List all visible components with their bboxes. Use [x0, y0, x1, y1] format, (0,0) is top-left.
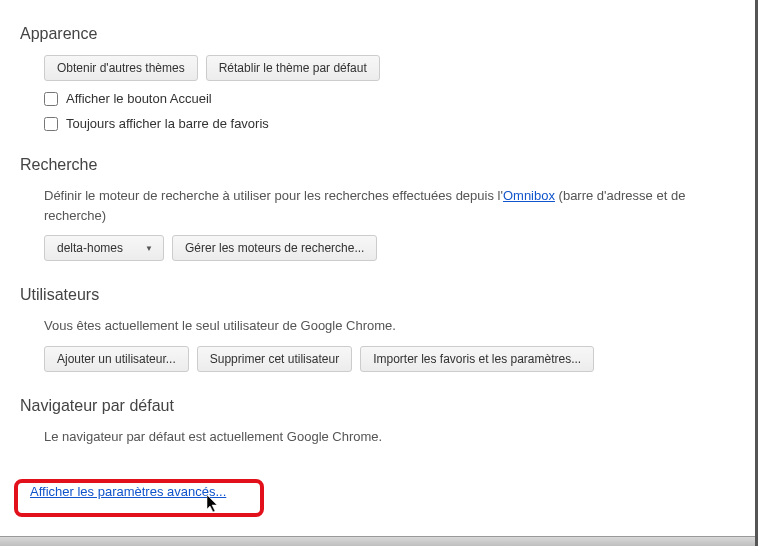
search-body: Définir le moteur de recherche à utilise… — [20, 186, 738, 261]
get-themes-button[interactable]: Obtenir d'autres thèmes — [44, 55, 198, 81]
users-title: Utilisateurs — [20, 286, 738, 304]
show-bookmarks-bar-label: Toujours afficher la barre de favoris — [66, 116, 269, 131]
users-section: Utilisateurs Vous êtes actuellement le s… — [20, 286, 738, 372]
users-button-row: Ajouter un utilisateur... Supprimer cet … — [44, 346, 738, 372]
show-home-button-label: Afficher le bouton Accueil — [66, 91, 212, 106]
users-description: Vous êtes actuellement le seul utilisate… — [44, 316, 738, 336]
advanced-link-wrap: Afficher les paramètres avancés... — [20, 478, 236, 505]
default-browser-description: Le navigateur par défaut est actuellemen… — [44, 427, 738, 447]
show-home-button-row: Afficher le bouton Accueil — [44, 91, 738, 106]
search-title: Recherche — [20, 156, 738, 174]
search-button-row: delta-homes Gérer les moteurs de recherc… — [44, 235, 738, 261]
appearance-body: Obtenir d'autres thèmes Rétablir le thèm… — [20, 55, 738, 131]
search-engine-dropdown[interactable]: delta-homes — [44, 235, 164, 261]
search-description: Définir le moteur de recherche à utilise… — [44, 186, 738, 225]
default-browser-body: Le navigateur par défaut est actuellemen… — [20, 427, 738, 447]
taskbar-edge — [0, 536, 758, 546]
show-advanced-settings-link[interactable]: Afficher les paramètres avancés... — [20, 478, 236, 505]
omnibox-link[interactable]: Omnibox — [503, 188, 555, 203]
default-browser-section: Navigateur par défaut Le navigateur par … — [20, 397, 738, 447]
search-desc-prefix: Définir le moteur de recherche à utilise… — [44, 188, 503, 203]
delete-user-button[interactable]: Supprimer cet utilisateur — [197, 346, 352, 372]
appearance-section: Apparence Obtenir d'autres thèmes Rétabl… — [20, 25, 738, 131]
default-browser-title: Navigateur par défaut — [20, 397, 738, 415]
add-user-button[interactable]: Ajouter un utilisateur... — [44, 346, 189, 372]
search-section: Recherche Définir le moteur de recherche… — [20, 156, 738, 261]
appearance-button-row: Obtenir d'autres thèmes Rétablir le thèm… — [44, 55, 738, 81]
show-bookmarks-bar-row: Toujours afficher la barre de favoris — [44, 116, 738, 131]
import-bookmarks-button[interactable]: Importer les favoris et les paramètres..… — [360, 346, 594, 372]
users-body: Vous êtes actuellement le seul utilisate… — [20, 316, 738, 372]
reset-theme-button[interactable]: Rétablir le thème par défaut — [206, 55, 380, 81]
appearance-title: Apparence — [20, 25, 738, 43]
show-bookmarks-bar-checkbox[interactable] — [44, 117, 58, 131]
manage-search-engines-button[interactable]: Gérer les moteurs de recherche... — [172, 235, 377, 261]
show-home-button-checkbox[interactable] — [44, 92, 58, 106]
